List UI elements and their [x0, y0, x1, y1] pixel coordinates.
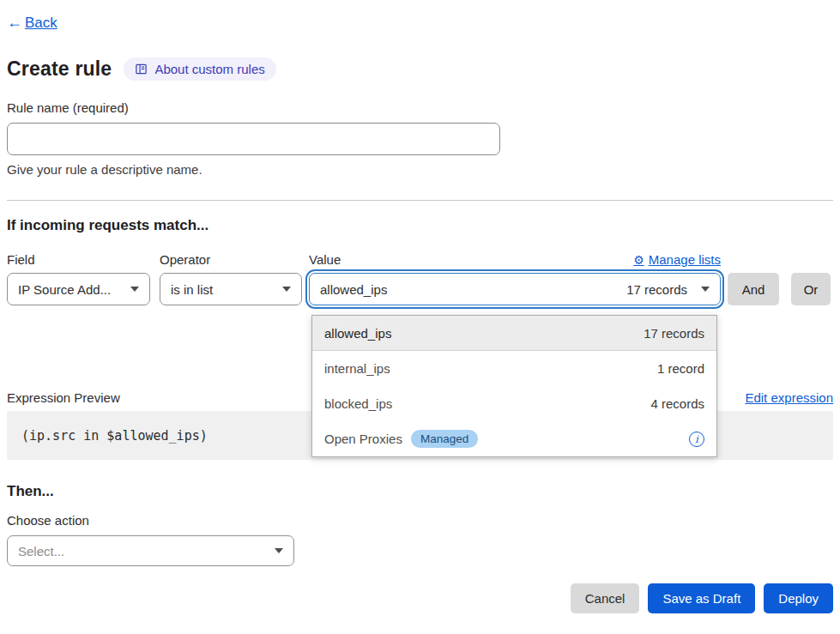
title-row: Create rule About custom rules — [7, 57, 833, 81]
footer-actions: Cancel Save as Draft Deploy — [7, 583, 833, 613]
operator-select[interactable]: is in list — [160, 273, 302, 305]
then-heading: Then... — [7, 483, 833, 500]
field-label: Field — [7, 252, 150, 267]
expression-preview-label: Expression Preview — [7, 390, 120, 405]
about-custom-rules-link[interactable]: About custom rules — [124, 57, 275, 81]
rule-name-input[interactable] — [7, 123, 500, 155]
condition-row: IP Source Add... is in list allowed_ips … — [7, 273, 833, 305]
chevron-down-icon — [282, 287, 291, 292]
create-rule-page: ← Back Create rule About custom rules Ru… — [0, 0, 840, 634]
rule-name-helper: Give your rule a descriptive name. — [7, 162, 833, 177]
field-select[interactable]: IP Source Add... — [7, 273, 150, 305]
list-option-internal-ips[interactable]: internal_ips 1 record — [312, 351, 716, 386]
chevron-down-icon — [701, 287, 710, 292]
back-arrow-icon: ← — [7, 14, 22, 32]
value-select-records: 17 records — [626, 282, 687, 297]
choose-action-label: Choose action — [7, 513, 833, 528]
field-select-value: IP Source Add... — [18, 282, 111, 297]
action-select-placeholder: Select... — [18, 544, 64, 559]
book-icon — [135, 63, 148, 75]
back-link[interactable]: ← Back — [7, 14, 57, 32]
cancel-button[interactable]: Cancel — [571, 583, 640, 613]
section-divider — [7, 200, 833, 201]
value-label: Value — [309, 252, 341, 267]
and-button[interactable]: And — [728, 273, 779, 305]
save-as-draft-button[interactable]: Save as Draft — [648, 583, 755, 613]
about-label: About custom rules — [154, 62, 264, 76]
operator-select-value: is in list — [171, 282, 213, 297]
managed-badge: Managed — [411, 430, 478, 448]
list-option-allowed-ips[interactable]: allowed_ips 17 records — [312, 316, 716, 351]
value-select-value: allowed_ips — [320, 282, 387, 297]
page-title: Create rule — [7, 57, 112, 81]
gear-icon: ⚙ — [633, 253, 644, 267]
manage-lists-link[interactable]: ⚙ Manage lists — [633, 252, 721, 267]
value-select-wrap: allowed_ips 17 records allowed_ips 17 re… — [309, 273, 721, 305]
chevron-down-icon — [275, 548, 283, 553]
chevron-down-icon — [130, 287, 139, 292]
or-button[interactable]: Or — [791, 273, 831, 305]
back-label: Back — [25, 15, 57, 32]
edit-expression-link[interactable]: Edit expression — [745, 390, 833, 405]
action-select[interactable]: Select... — [7, 535, 294, 566]
rule-name-label: Rule name (required) — [7, 100, 833, 115]
list-option-open-proxies[interactable]: Open Proxies Managed i — [312, 421, 716, 456]
match-heading: If incoming requests match... — [7, 217, 833, 234]
info-icon[interactable]: i — [689, 432, 704, 447]
operator-label: Operator — [160, 252, 302, 267]
list-option-blocked-ips[interactable]: blocked_ips 4 records — [312, 386, 716, 421]
deploy-button[interactable]: Deploy — [764, 583, 833, 613]
manage-lists-label: Manage lists — [649, 252, 721, 267]
value-select[interactable]: allowed_ips 17 records — [309, 273, 721, 305]
list-dropdown: allowed_ips 17 records internal_ips 1 re… — [311, 315, 717, 457]
expression-code: (ip.src in $allowed_ips) — [21, 428, 208, 444]
condition-labels: Field Operator Value ⚙ Manage lists — [7, 252, 833, 267]
